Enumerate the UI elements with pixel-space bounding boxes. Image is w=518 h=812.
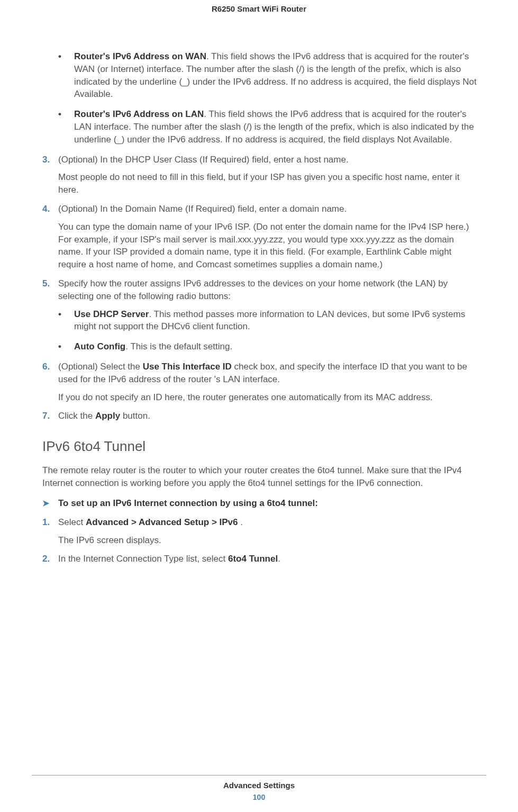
task-heading: To set up an IPv6 Internet connection by… [42,498,478,509]
step-7-post: button. [120,411,150,421]
step-6-pre: (Optional) Select the [58,362,143,372]
bullet-wan-address: Router's IPv6 Address on WAN. This field… [58,50,478,101]
step-5-text: Specify how the router assigns IPv6 addr… [58,278,448,301]
task-step-2-bold: 6to4 Tunnel [228,554,278,564]
task-step-1-number: 1. [42,516,50,529]
step-5-number: 5. [42,277,50,290]
step-7-bold: Apply [95,411,120,421]
step-5-autoconfig-text: . This is the default setting. [125,341,232,351]
section-intro: The remote relay router is the router to… [42,464,478,490]
step-3-number: 3. [42,154,50,166]
task-step-2-pre: In the Internet Connection Type list, se… [58,554,228,564]
footer-section-name: Advanced Settings [32,781,486,790]
page-header-title: R6250 Smart WiFi Router [32,0,486,50]
bullet-lan-address: Router's IPv6 Address on LAN. This field… [58,108,478,146]
top-bullet-list: Router's IPv6 Address on WAN. This field… [42,50,478,146]
section-heading-6to4: IPv6 6to4 Tunnel [42,438,478,455]
step-3-text: (Optional) In the DHCP User Class (If Re… [58,155,349,165]
step-5-autoconfig-bold: Auto Config [74,341,125,351]
task-step-1: 1. Select Advanced > Advanced Setup > IP… [42,516,478,529]
step-4-text: (Optional) In the Domain Name (If Requir… [58,204,347,214]
step-6-number: 6. [42,360,50,373]
task-step-1-pre: Select [58,517,86,527]
step-5-sublist: Use DHCP Server. This method passes more… [42,308,478,353]
task-step-2-number: 2. [42,553,50,565]
task-step-1-bold: Advanced > Advanced Setup > IPv6 [86,517,238,527]
step-5: 5. Specify how the router assigns IPv6 a… [42,277,478,303]
content-area: Router's IPv6 Address on WAN. This field… [32,50,486,565]
step-5-autoconfig: Auto Config. This is the default setting… [58,340,478,353]
step-7: 7. Click the Apply button. [42,410,478,422]
step-7-pre: Click the [58,411,95,421]
step-5-dhcp: Use DHCP Server. This method passes more… [58,308,478,333]
step-6: 6. (Optional) Select the Use This Interf… [42,360,478,386]
step-6-paragraph: If you do not specify an ID here, the ro… [42,391,478,404]
bullet-wan-bold: Router's IPv6 Address on WAN [74,51,206,61]
step-6-bold: Use This Interface ID [143,362,232,372]
bullet-lan-bold: Router's IPv6 Address on LAN [74,109,204,119]
step-3: 3. (Optional) In the DHCP User Class (If… [42,154,478,166]
step-7-number: 7. [42,410,50,422]
task-step-1-post: . [238,517,243,527]
page-footer: Advanced Settings 100 [32,775,486,801]
step-4-number: 4. [42,203,50,215]
step-5-dhcp-bold: Use DHCP Server [74,309,149,319]
step-4: 4. (Optional) In the Domain Name (If Req… [42,203,478,215]
task-step-2-post: . [278,554,280,564]
task-step-2: 2. In the Internet Connection Type list,… [42,553,478,565]
task-step-1-paragraph: The IPv6 screen displays. [42,534,478,547]
step-3-paragraph: Most people do not need to fill in this … [42,171,478,196]
footer-divider [32,775,486,775]
step-4-paragraph: You can type the domain name of your IPv… [42,221,478,271]
footer-page-number: 100 [32,793,486,801]
